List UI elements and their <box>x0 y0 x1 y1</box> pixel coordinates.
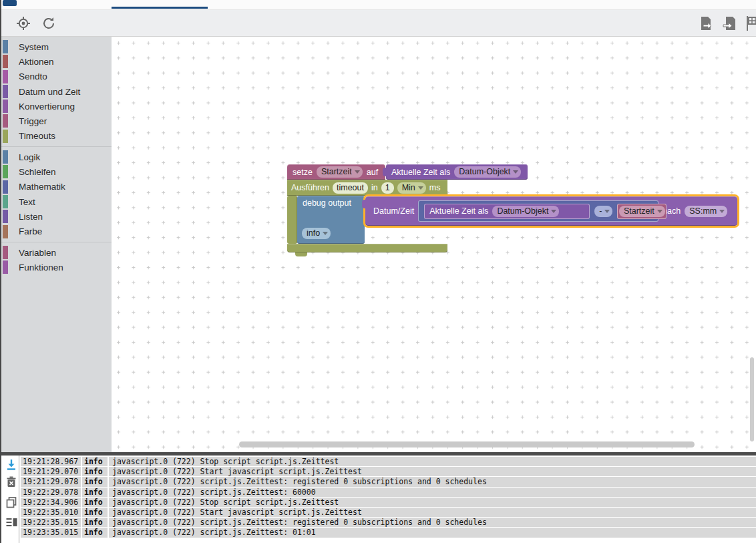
clear-log-icon[interactable] <box>5 476 18 489</box>
locate-blocks-icon[interactable] <box>15 15 32 32</box>
vertical-scrollbar[interactable] <box>750 357 754 441</box>
log-level: info <box>82 528 108 537</box>
time-format-dropdown[interactable]: Datum-Objekt <box>492 206 559 217</box>
sidebar-item-logik[interactable]: Logik <box>1 150 112 164</box>
category-color-bar <box>3 85 8 98</box>
delay-field[interactable]: 1 <box>381 182 394 194</box>
sidebar-item-aktionen[interactable]: Aktionen <box>1 54 112 69</box>
tab-strip <box>0 0 756 9</box>
log-timestamp: 19:21:28.967 <box>21 457 81 466</box>
debug-output-block[interactable]: debug output info <box>297 196 365 244</box>
timeout-block-footer[interactable] <box>287 244 447 252</box>
sidebar-item-text[interactable]: Text <box>1 194 112 209</box>
sidebar-item-funktionen[interactable]: Funktionen <box>1 260 112 275</box>
log-message: javascript.0 (722) Stop script script.js… <box>109 498 756 507</box>
log-timestamp: 19:22:35.015 <box>21 518 81 527</box>
set-label: setze <box>293 168 313 177</box>
sidebar-item-konvertierung[interactable]: Konvertierung <box>1 99 112 114</box>
sidebar-item-label: Funktionen <box>19 262 63 273</box>
log-level: info <box>82 467 108 476</box>
horizontal-scrollbar[interactable] <box>239 441 695 447</box>
log-message: javascript.0 (722) Start javascript scri… <box>109 508 756 517</box>
sidebar-item-label: Sendto <box>19 71 47 81</box>
log-level: info <box>82 498 108 507</box>
current-time-block-inner[interactable]: Aktuelle Zeit als Datum-Objekt <box>424 204 590 219</box>
sidebar-group: VariablenFunktionen <box>1 245 112 278</box>
to-label: auf <box>367 168 378 177</box>
sidebar-item-label: Aktionen <box>19 57 54 67</box>
category-color-bar <box>3 260 8 274</box>
sidebar-item-trigger[interactable]: Trigger <box>1 114 112 128</box>
category-color-bar <box>3 100 8 113</box>
variable-dropdown[interactable]: Startzeit <box>619 206 665 217</box>
timeout-name-field[interactable]: timeout <box>333 182 368 194</box>
log-row: 19:21:29.078infojavascript.0 (722) scrip… <box>21 477 756 486</box>
sidebar-item-sendto[interactable]: Sendto <box>1 69 112 84</box>
debug-label: debug output <box>303 198 351 208</box>
refresh-icon[interactable] <box>40 15 57 32</box>
get-variable-block[interactable]: Startzeit <box>617 204 667 219</box>
editor-toolbar <box>0 9 756 37</box>
variable-dropdown[interactable]: Startzeit <box>317 166 363 178</box>
execute-label: Ausführen <box>291 183 329 192</box>
format-datetime-block[interactable]: Datum/Zeit Aktuelle Zeit als Datum-Objek… <box>365 196 737 226</box>
log-level: info <box>82 488 108 497</box>
log-rows: 19:21:28.967infojavascript.0 (722) Stop … <box>21 457 756 538</box>
format-dropdown[interactable]: SS:mm <box>685 206 727 217</box>
sidebar-item-label: Konvertierung <box>19 102 75 112</box>
sidebar-item-farbe[interactable]: Farbe <box>1 224 112 239</box>
log-row: 19:21:28.967infojavascript.0 (722) Stop … <box>21 457 756 466</box>
log-level: info <box>82 508 108 517</box>
autoscroll-icon[interactable] <box>5 458 18 472</box>
time-format-dropdown[interactable]: Datum-Objekt <box>454 166 521 178</box>
sidebar-item-label: Mathematik <box>19 182 65 192</box>
time-label: Aktuelle Zeit als <box>429 206 488 216</box>
sidebar-item-label: Schleifen <box>19 167 56 177</box>
import-blocks-icon[interactable] <box>722 15 739 32</box>
category-color-bar <box>3 70 8 83</box>
datetime-label: Datum/Zeit <box>373 206 414 216</box>
log-timestamp: 19:22:35.010 <box>21 508 81 517</box>
sidebar-item-label: Variablen <box>19 248 56 258</box>
log-row: 19:22:34.906infojavascript.0 (722) Stop … <box>21 498 756 507</box>
unit-dropdown[interactable]: Min <box>397 182 426 194</box>
export-blocks-icon[interactable] <box>697 15 715 32</box>
ms-label: ms <box>429 183 441 192</box>
log-message: javascript.0 (722) script.js.Zeittest: r… <box>109 518 756 527</box>
sidebar-item-system[interactable]: System <box>1 39 112 54</box>
log-columns-icon[interactable] <box>5 516 18 529</box>
sidebar-item-variablen[interactable]: Variablen <box>1 245 112 260</box>
log-message: javascript.0 (722) Stop script script.js… <box>109 457 756 466</box>
timeout-block-header[interactable]: Ausführen timeout in 1 Min ms <box>287 180 447 196</box>
checkered-flag-icon[interactable] <box>744 15 756 32</box>
category-color-bar <box>3 180 8 194</box>
blockly-canvas[interactable]: setze Startzeit auf Aktuelle Zeit als Da… <box>112 37 756 452</box>
sidebar-item-label: Listen <box>19 212 43 222</box>
log-level-dropdown[interactable]: info <box>302 228 331 239</box>
log-timestamp: 19:21:29.078 <box>21 477 81 486</box>
set-variable-block[interactable]: setze Startzeit auf <box>287 164 385 180</box>
copy-log-icon[interactable] <box>5 496 18 509</box>
sidebar-item-listen[interactable]: Listen <box>1 209 112 224</box>
category-color-bar <box>3 130 8 143</box>
category-color-bar <box>3 246 8 259</box>
category-color-bar <box>3 210 8 223</box>
sidebar-item-label: Timeouts <box>19 131 55 141</box>
category-color-bar <box>3 55 8 68</box>
arithmetic-block[interactable]: Aktuelle Zeit als Datum-Objekt - Startze… <box>418 200 658 222</box>
sidebar-groups: SystemAktionenSendtoDatum und ZeitKonver… <box>1 39 112 277</box>
log-message: javascript.0 (722) script.js.Zeittest: 6… <box>109 488 756 497</box>
blockly-editor-page: SystemAktionenSendtoDatum und ZeitKonver… <box>0 0 756 543</box>
sidebar-item-mathematik[interactable]: Mathematik <box>1 180 112 194</box>
sidebar-item-label: System <box>19 42 49 52</box>
current-time-block[interactable]: Aktuelle Zeit als Datum-Objekt <box>386 164 528 180</box>
sidebar-item-datum-und-zeit[interactable]: Datum und Zeit <box>1 84 112 99</box>
operator-dropdown[interactable]: - <box>594 206 612 217</box>
log-message: javascript.0 (722) Start javascript scri… <box>109 467 756 476</box>
sidebar-item-timeouts[interactable]: Timeouts <box>1 129 112 144</box>
sidebar-item-schleifen[interactable]: Schleifen <box>1 164 112 179</box>
category-color-bar <box>3 150 8 164</box>
timeout-block-left-wall[interactable] <box>287 196 297 244</box>
log-message: javascript.0 (722) script.js.Zeittest: 0… <box>109 528 756 537</box>
category-color-bar <box>3 195 8 208</box>
